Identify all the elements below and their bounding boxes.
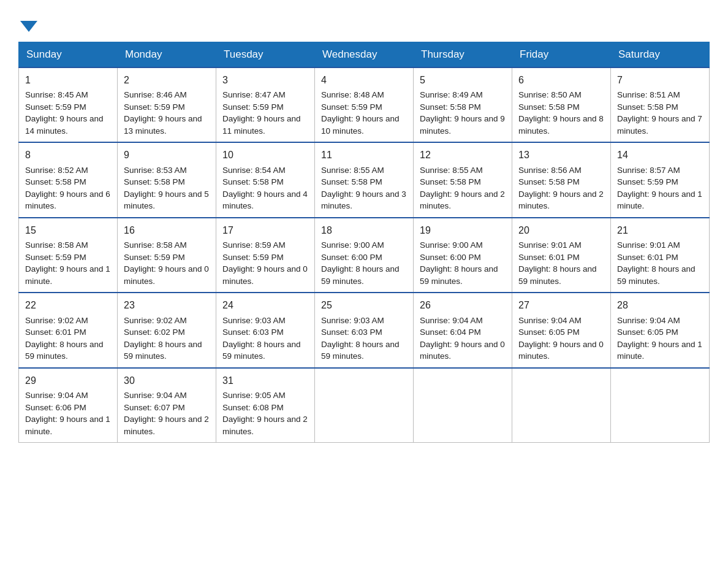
calendar-cell: 20 Sunrise: 9:01 AM Sunset: 6:01 PM Dayl…	[512, 218, 611, 293]
sunset-text: Sunset: 6:01 PM	[518, 253, 580, 262]
sunrise-text: Sunrise: 8:45 AM	[25, 90, 88, 99]
daylight-text: Daylight: 9 hours and 3 minutes.	[321, 190, 406, 211]
calendar-cell: 3 Sunrise: 8:47 AM Sunset: 5:59 PM Dayli…	[216, 67, 315, 142]
daylight-text: Daylight: 9 hours and 1 minute.	[617, 190, 702, 211]
sunrise-text: Sunrise: 8:54 AM	[222, 166, 286, 175]
day-number: 31	[222, 373, 308, 388]
day-number: 16	[124, 223, 210, 237]
sunrise-text: Sunrise: 8:46 AM	[124, 90, 187, 99]
sunrise-text: Sunrise: 9:02 AM	[124, 316, 187, 325]
calendar-cell: 21 Sunrise: 9:01 AM Sunset: 6:01 PM Dayl…	[611, 218, 710, 293]
sunset-text: Sunset: 5:59 PM	[222, 253, 284, 262]
sunset-text: Sunset: 6:05 PM	[518, 327, 580, 337]
daylight-text: Daylight: 8 hours and 59 minutes.	[25, 340, 104, 361]
calendar-cell: 13 Sunrise: 8:56 AM Sunset: 5:58 PM Dayl…	[512, 142, 611, 217]
day-number: 26	[420, 298, 506, 312]
daylight-text: Daylight: 9 hours and 0 minutes.	[124, 264, 209, 286]
daylight-text: Daylight: 8 hours and 59 minutes.	[518, 264, 597, 286]
sunset-text: Sunset: 6:04 PM	[420, 327, 481, 337]
day-number: 22	[25, 298, 111, 312]
sunset-text: Sunset: 5:58 PM	[124, 177, 185, 186]
daylight-text: Daylight: 8 hours and 59 minutes.	[222, 340, 301, 361]
calendar-cell: 29 Sunrise: 9:04 AM Sunset: 6:06 PM Dayl…	[19, 368, 118, 443]
day-number: 17	[222, 223, 308, 237]
calendar-cell: 1 Sunrise: 8:45 AM Sunset: 5:59 PM Dayli…	[19, 67, 118, 142]
sunrise-text: Sunrise: 9:00 AM	[321, 240, 384, 250]
sunrise-text: Sunrise: 9:04 AM	[124, 391, 187, 400]
calendar-cell: 4 Sunrise: 8:48 AM Sunset: 5:59 PM Dayli…	[315, 67, 414, 142]
sunset-text: Sunset: 5:59 PM	[222, 102, 284, 112]
calendar-table: SundayMondayTuesdayWednesdayThursdayFrid…	[18, 42, 710, 443]
daylight-text: Daylight: 9 hours and 5 minutes.	[124, 190, 209, 211]
sunrise-text: Sunrise: 8:58 AM	[25, 240, 88, 250]
daylight-text: Daylight: 9 hours and 2 minutes.	[518, 190, 604, 211]
calendar-cell: 31 Sunrise: 9:05 AM Sunset: 6:08 PM Dayl…	[216, 368, 315, 443]
sunrise-text: Sunrise: 8:53 AM	[124, 166, 187, 175]
day-number: 21	[617, 223, 703, 237]
day-number: 30	[124, 373, 210, 388]
daylight-text: Daylight: 8 hours and 59 minutes.	[124, 340, 202, 361]
page-header	[18, 18, 710, 29]
daylight-text: Daylight: 9 hours and 0 minutes.	[222, 264, 308, 286]
day-number: 12	[420, 148, 506, 162]
sunrise-text: Sunrise: 8:56 AM	[518, 166, 582, 175]
day-number: 15	[25, 223, 111, 237]
calendar-cell: 11 Sunrise: 8:55 AM Sunset: 5:58 PM Dayl…	[315, 142, 414, 217]
day-number: 23	[124, 298, 210, 312]
sunset-text: Sunset: 5:59 PM	[25, 102, 86, 112]
logo	[18, 18, 37, 29]
daylight-text: Daylight: 9 hours and 9 minutes.	[420, 114, 505, 136]
daylight-text: Daylight: 9 hours and 1 minute.	[617, 340, 702, 361]
sunset-text: Sunset: 5:58 PM	[420, 102, 481, 112]
daylight-text: Daylight: 9 hours and 13 minutes.	[124, 114, 202, 136]
sunset-text: Sunset: 6:03 PM	[222, 327, 284, 337]
calendar-week-row: 22 Sunrise: 9:02 AM Sunset: 6:01 PM Dayl…	[19, 293, 710, 367]
sunrise-text: Sunrise: 8:58 AM	[124, 240, 187, 250]
day-number: 18	[321, 223, 407, 237]
calendar-cell: 28 Sunrise: 9:04 AM Sunset: 6:05 PM Dayl…	[611, 293, 710, 367]
calendar-cell: 26 Sunrise: 9:04 AM Sunset: 6:04 PM Dayl…	[414, 293, 512, 367]
calendar-cell	[512, 368, 611, 443]
sunrise-text: Sunrise: 8:59 AM	[222, 240, 286, 250]
sunset-text: Sunset: 5:58 PM	[518, 177, 580, 186]
daylight-text: Daylight: 8 hours and 59 minutes.	[420, 264, 498, 286]
calendar-cell	[611, 368, 710, 443]
calendar-cell: 14 Sunrise: 8:57 AM Sunset: 5:59 PM Dayl…	[611, 142, 710, 217]
day-number: 27	[518, 298, 604, 312]
calendar-cell: 16 Sunrise: 8:58 AM Sunset: 5:59 PM Dayl…	[118, 218, 216, 293]
sunset-text: Sunset: 6:05 PM	[617, 327, 678, 337]
calendar-cell: 6 Sunrise: 8:50 AM Sunset: 5:58 PM Dayli…	[512, 67, 611, 142]
weekday-header-thursday: Thursday	[414, 42, 512, 68]
calendar-cell: 9 Sunrise: 8:53 AM Sunset: 5:58 PM Dayli…	[118, 142, 216, 217]
sunset-text: Sunset: 5:58 PM	[222, 177, 284, 186]
sunset-text: Sunset: 6:01 PM	[25, 327, 86, 337]
daylight-text: Daylight: 9 hours and 1 minute.	[25, 415, 110, 436]
calendar-cell: 5 Sunrise: 8:49 AM Sunset: 5:58 PM Dayli…	[414, 67, 512, 142]
daylight-text: Daylight: 9 hours and 7 minutes.	[617, 114, 702, 136]
daylight-text: Daylight: 9 hours and 1 minute.	[25, 264, 110, 286]
sunset-text: Sunset: 5:58 PM	[321, 177, 382, 186]
sunrise-text: Sunrise: 8:47 AM	[222, 90, 286, 99]
calendar-week-row: 8 Sunrise: 8:52 AM Sunset: 5:58 PM Dayli…	[19, 142, 710, 217]
sunrise-text: Sunrise: 9:03 AM	[321, 316, 384, 325]
sunset-text: Sunset: 5:59 PM	[617, 177, 678, 186]
calendar-header-row: SundayMondayTuesdayWednesdayThursdayFrid…	[19, 42, 710, 68]
day-number: 4	[321, 73, 407, 87]
day-number: 28	[617, 298, 703, 312]
sunset-text: Sunset: 5:58 PM	[617, 102, 678, 112]
sunset-text: Sunset: 5:58 PM	[420, 177, 481, 186]
day-number: 13	[518, 148, 604, 162]
sunrise-text: Sunrise: 8:50 AM	[518, 90, 582, 99]
sunrise-text: Sunrise: 8:57 AM	[617, 166, 680, 175]
sunrise-text: Sunrise: 9:03 AM	[222, 316, 286, 325]
calendar-cell: 10 Sunrise: 8:54 AM Sunset: 5:58 PM Dayl…	[216, 142, 315, 217]
calendar-cell: 2 Sunrise: 8:46 AM Sunset: 5:59 PM Dayli…	[118, 67, 216, 142]
calendar-cell: 24 Sunrise: 9:03 AM Sunset: 6:03 PM Dayl…	[216, 293, 315, 367]
sunset-text: Sunset: 6:03 PM	[321, 327, 382, 337]
calendar-cell: 23 Sunrise: 9:02 AM Sunset: 6:02 PM Dayl…	[118, 293, 216, 367]
sunrise-text: Sunrise: 8:51 AM	[617, 90, 680, 99]
sunrise-text: Sunrise: 9:02 AM	[25, 316, 88, 325]
calendar-cell: 7 Sunrise: 8:51 AM Sunset: 5:58 PM Dayli…	[611, 67, 710, 142]
sunrise-text: Sunrise: 8:48 AM	[321, 90, 384, 99]
calendar-cell: 25 Sunrise: 9:03 AM Sunset: 6:03 PM Dayl…	[315, 293, 414, 367]
